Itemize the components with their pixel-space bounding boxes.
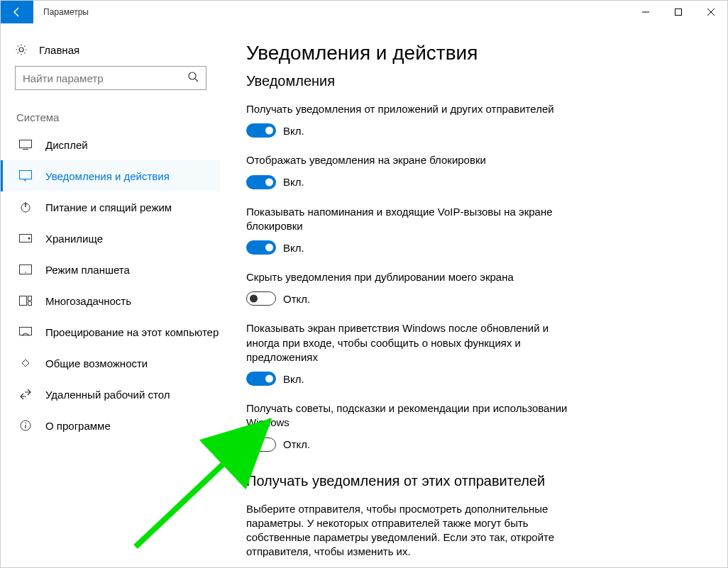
toggle-state-text: Вкл.: [283, 373, 304, 385]
section-heading-notifications: Уведомления: [246, 73, 699, 89]
setting-label: Отображать уведомления на экране блокиро…: [246, 153, 573, 167]
toggle-switch[interactable]: [246, 175, 276, 189]
power-icon: [18, 200, 33, 214]
nav-label: Режим планшета: [45, 264, 130, 276]
tablet-icon: [18, 262, 33, 277]
setting-row: Показывать напоминания и входящие VoIP-в…: [246, 205, 573, 255]
back-button[interactable]: [1, 1, 33, 23]
group-label: Система: [15, 111, 221, 123]
toggle-switch[interactable]: [246, 240, 276, 255]
toggle-switch[interactable]: [246, 291, 276, 306]
setting-label: Получать уведомления от приложений и дру…: [246, 102, 573, 116]
setting-row: Получать уведомления от приложений и дру…: [246, 102, 573, 138]
main-content: Уведомления и действия Уведомления Получ…: [221, 23, 727, 568]
nav-label: Общие возможности: [45, 357, 148, 369]
nav-item-shared[interactable]: Общие возможности: [1, 347, 221, 379]
nav-label: О программе: [45, 420, 111, 432]
remote-icon: [18, 387, 33, 401]
nav-item-multitask[interactable]: Многозадачность: [1, 285, 221, 316]
setting-label: Получать советы, подсказки и рекомендаци…: [246, 401, 573, 430]
setting-label: Показывать напоминания и входящие VoIP-в…: [246, 205, 573, 234]
nav-item-projecting[interactable]: Проецирование на этот компьютер: [1, 316, 221, 347]
display-icon: [18, 138, 33, 152]
svg-point-20: [25, 423, 26, 424]
page-heading: Уведомления и действия: [246, 42, 699, 65]
toggle-switch[interactable]: [246, 438, 276, 452]
nav-item-storage[interactable]: Хранилище: [1, 223, 221, 254]
toggle-state-text: Вкл.: [283, 125, 304, 137]
svg-rect-15: [20, 296, 27, 306]
svg-line-5: [195, 79, 198, 82]
setting-label: Скрыть уведомления при дублировании моег…: [246, 270, 573, 284]
minimize-button[interactable]: [629, 1, 662, 23]
info-icon: [18, 418, 33, 433]
nav-item-display[interactable]: Дисплей: [1, 129, 221, 160]
maximize-button[interactable]: [662, 1, 695, 23]
section-description: Выберите отправителя, чтобы просмотреть …: [246, 502, 573, 559]
notifications-icon: [18, 169, 33, 183]
nav-item-power[interactable]: Питание и спящий режим: [1, 191, 221, 223]
home-label: Главная: [39, 44, 79, 56]
setting-row: Получать советы, подсказки и рекомендаци…: [246, 401, 573, 452]
window-controls: [629, 1, 727, 23]
svg-rect-17: [28, 302, 32, 306]
nav-label: Питание и спящий режим: [45, 201, 172, 213]
setting-row: Показывать экран приветствия Windows пос…: [246, 321, 573, 386]
toggle-switch[interactable]: [246, 372, 276, 386]
nav-label: Хранилище: [45, 233, 103, 245]
nav-label: Уведомления и действия: [45, 170, 170, 182]
svg-rect-8: [20, 171, 32, 179]
storage-icon: [18, 231, 33, 245]
nav-item-tablet[interactable]: Режим планшета: [1, 254, 221, 285]
search-icon: [187, 71, 199, 85]
search-input[interactable]: [23, 72, 187, 84]
nav-item-notifications[interactable]: Уведомления и действия: [1, 160, 221, 191]
gear-icon: [15, 43, 28, 56]
nav-item-remote[interactable]: Удаленный рабочий стол: [1, 379, 221, 410]
titlebar: Параметры: [1, 1, 727, 23]
shared-icon: [18, 356, 33, 370]
search-input-container[interactable]: [15, 66, 206, 90]
toggle-switch[interactable]: [246, 123, 276, 138]
nav-label: Многозадачность: [45, 295, 131, 307]
nav-label: Дисплей: [45, 139, 88, 151]
toggle-state-text: Вкл.: [283, 176, 304, 188]
close-button[interactable]: [695, 1, 727, 23]
svg-rect-1: [675, 9, 682, 16]
toggle-state-text: Вкл.: [283, 242, 304, 254]
section-heading-senders: Получать уведомления от этих отправителе…: [246, 473, 699, 489]
nav-label: Удаленный рабочий стол: [45, 389, 170, 401]
svg-point-4: [189, 72, 196, 79]
window-title: Параметры: [43, 7, 89, 17]
nav-item-about[interactable]: О программе: [1, 410, 221, 441]
home-link[interactable]: Главная: [15, 38, 221, 66]
nav-label: Проецирование на этот компьютер: [45, 326, 219, 338]
projecting-icon: [18, 325, 33, 339]
setting-label: Показывать экран приветствия Windows пос…: [246, 321, 573, 364]
svg-point-12: [28, 238, 31, 240]
toggle-state-text: Откл.: [283, 438, 310, 450]
svg-rect-16: [28, 296, 32, 301]
svg-point-14: [25, 272, 26, 273]
toggle-state-text: Откл.: [283, 293, 310, 305]
multitask-icon: [18, 294, 33, 308]
svg-rect-18: [20, 328, 32, 335]
setting-row: Скрыть уведомления при дублировании моег…: [246, 270, 573, 306]
svg-rect-6: [20, 140, 32, 148]
sidebar: Главная Система Дисплей Уведомления и де…: [1, 23, 221, 568]
setting-row: Отображать уведомления на экране блокиро…: [246, 153, 573, 189]
